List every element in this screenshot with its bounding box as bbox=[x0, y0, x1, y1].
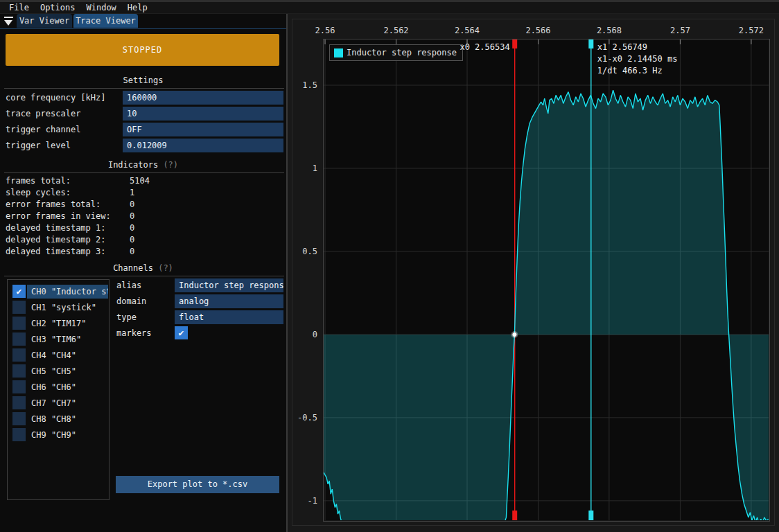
indicator-value: 0 bbox=[130, 211, 134, 221]
menu-items: FileOptionsWindowHelp bbox=[3, 3, 153, 12]
setting-row: trigger level0.012009 bbox=[0, 139, 286, 154]
waveform-plot bbox=[324, 39, 769, 520]
channel-row: CH6 "CH6" bbox=[8, 380, 109, 396]
channel-checkbox[interactable] bbox=[12, 428, 26, 441]
channel-label[interactable]: CH5 "CH5" bbox=[27, 364, 108, 378]
menu-options[interactable]: Options bbox=[35, 3, 81, 12]
indicator-label: frames total: bbox=[6, 176, 71, 186]
y-tick-label: 0 bbox=[313, 330, 317, 339]
type-field[interactable]: float bbox=[175, 310, 283, 324]
channel-checkbox[interactable] bbox=[12, 396, 26, 409]
channel-row: CH3 "TIM6" bbox=[8, 332, 109, 348]
channel-checkbox[interactable] bbox=[12, 380, 26, 393]
y-tick-label: 0.5 bbox=[302, 247, 317, 256]
indicator-label: delayed timestamp 3: bbox=[6, 247, 106, 256]
channel-row: CH9 "CH9" bbox=[8, 427, 109, 443]
export-csv-button[interactable]: Export plot to *.csv bbox=[116, 476, 279, 493]
indicator-row: delayed timestamp 1:0 bbox=[0, 222, 286, 234]
plot-area[interactable]: Inductor step response x0 2.56534 x1 2.5… bbox=[324, 39, 769, 520]
channel-label[interactable]: CH0 "Inductor st bbox=[27, 285, 108, 299]
domain-label: domain bbox=[116, 296, 146, 306]
channel-list: ✔CH0 "Inductor stCH1 "systick"CH2 "TIM17… bbox=[7, 279, 110, 500]
domain-field[interactable]: analog bbox=[175, 294, 283, 308]
indicator-row: error frames in view:0 bbox=[0, 211, 286, 222]
indicator-value: 1 bbox=[130, 188, 134, 197]
x-tick-label: 2.566 bbox=[525, 26, 550, 35]
setting-input[interactable]: 10 bbox=[123, 107, 283, 121]
menu-window[interactable]: Window bbox=[80, 3, 121, 12]
setting-label: trigger channel bbox=[6, 125, 80, 134]
channel-row: CH7 "CH7" bbox=[8, 396, 109, 411]
settings-rows: core frequency [kHz]160000trace prescale… bbox=[0, 91, 286, 154]
indicator-label: error frames total: bbox=[6, 200, 100, 209]
channel-label[interactable]: CH9 "CH9" bbox=[27, 428, 108, 442]
indicator-row: error frames total:0 bbox=[0, 199, 286, 211]
channel-checkbox[interactable]: ✔ bbox=[12, 285, 26, 298]
setting-row: core frequency [kHz]160000 bbox=[0, 91, 286, 107]
indicators-help-icon[interactable]: (?) bbox=[163, 160, 178, 170]
tab-var-viewer[interactable]: Var Viewer bbox=[17, 14, 72, 28]
setting-input[interactable]: 160000 bbox=[123, 91, 283, 105]
markers-checkbox[interactable]: ✔ bbox=[175, 326, 188, 339]
channel-checkbox[interactable] bbox=[12, 412, 26, 425]
markers-label: markers bbox=[116, 328, 152, 338]
channel-checkbox[interactable] bbox=[12, 332, 26, 346]
indicator-value: 0 bbox=[130, 223, 134, 233]
alias-field[interactable]: Inductor step respons bbox=[175, 278, 283, 292]
marker-delta-value: x1-x0 2.14450 ms bbox=[597, 53, 678, 65]
tab-bar-underline bbox=[0, 28, 286, 29]
x-tick-label: 2.57 bbox=[670, 26, 690, 35]
channel-checkbox[interactable] bbox=[12, 317, 26, 330]
tab-trace-viewer[interactable]: Trace Viewer bbox=[73, 14, 138, 28]
menu-bar: FileOptionsWindowHelp bbox=[0, 2, 779, 14]
channel-label[interactable]: CH8 "CH8" bbox=[27, 412, 108, 426]
acquisition-state-button[interactable]: STOPPED bbox=[6, 34, 279, 66]
indicator-value: 5104 bbox=[130, 176, 150, 186]
channel-label[interactable]: CH7 "CH7" bbox=[27, 396, 108, 410]
channel-checkbox[interactable] bbox=[12, 348, 26, 362]
indicator-rows: frames total:5104sleep cycles:1error fra… bbox=[0, 175, 286, 258]
channel-label[interactable]: CH3 "TIM6" bbox=[27, 332, 108, 346]
collapse-icon[interactable] bbox=[4, 17, 13, 26]
marker-x0-label: x0 2.56534 bbox=[459, 42, 509, 53]
indicator-row: delayed timestamp 3:0 bbox=[0, 246, 286, 258]
setting-label: core frequency [kHz] bbox=[6, 93, 106, 103]
indicator-row: sleep cycles:1 bbox=[0, 187, 286, 199]
channel-label[interactable]: CH1 "systick" bbox=[27, 301, 108, 314]
setting-input[interactable]: OFF bbox=[123, 123, 283, 136]
settings-header-text: Settings bbox=[123, 76, 164, 85]
indicator-value: 0 bbox=[130, 235, 134, 245]
setting-input[interactable]: 0.012009 bbox=[123, 139, 283, 152]
channel-checkbox[interactable] bbox=[12, 364, 26, 378]
marker-x1-value: x1 2.56749 bbox=[597, 42, 678, 53]
channel-row: CH5 "CH5" bbox=[8, 364, 109, 380]
indicator-label: error frames in view: bbox=[6, 211, 111, 221]
collapse-icon-triangle bbox=[4, 20, 12, 26]
channel-row: CH4 "CH4" bbox=[8, 348, 109, 364]
y-tick-label: -0.5 bbox=[297, 413, 317, 423]
x-tick-label: 2.568 bbox=[597, 26, 622, 35]
channels-header: Channels (?) bbox=[0, 263, 286, 273]
setting-label: trace prescaler bbox=[6, 109, 80, 118]
channels-help-icon[interactable]: (?) bbox=[158, 263, 173, 273]
tab-bar: Var Viewer Trace Viewer bbox=[0, 14, 286, 28]
plot-legend[interactable]: Inductor step response bbox=[329, 44, 463, 61]
y-tick-label: 1 bbox=[313, 163, 317, 173]
x-tick-label: 2.572 bbox=[739, 26, 764, 35]
indicator-value: 0 bbox=[130, 200, 134, 209]
menu-help[interactable]: Help bbox=[122, 3, 153, 12]
menu-file[interactable]: File bbox=[3, 3, 35, 12]
indicator-label: sleep cycles: bbox=[6, 188, 71, 197]
channel-label[interactable]: CH4 "CH4" bbox=[27, 348, 108, 362]
x-tick-label: 2.562 bbox=[383, 26, 408, 35]
indicator-label: delayed timestamp 1: bbox=[6, 223, 106, 233]
channel-label[interactable]: CH2 "TIM17" bbox=[27, 317, 108, 330]
channel-row: CH1 "systick" bbox=[8, 300, 109, 316]
channel-checkbox[interactable] bbox=[12, 301, 26, 314]
channel-label[interactable]: CH6 "CH6" bbox=[27, 380, 108, 394]
separator bbox=[4, 276, 284, 276]
indicator-label: delayed timestamp 2: bbox=[6, 235, 106, 245]
alias-label: alias bbox=[116, 281, 141, 290]
channels-header-text: Channels bbox=[113, 263, 153, 273]
setting-row: trigger channelOFF bbox=[0, 123, 286, 139]
